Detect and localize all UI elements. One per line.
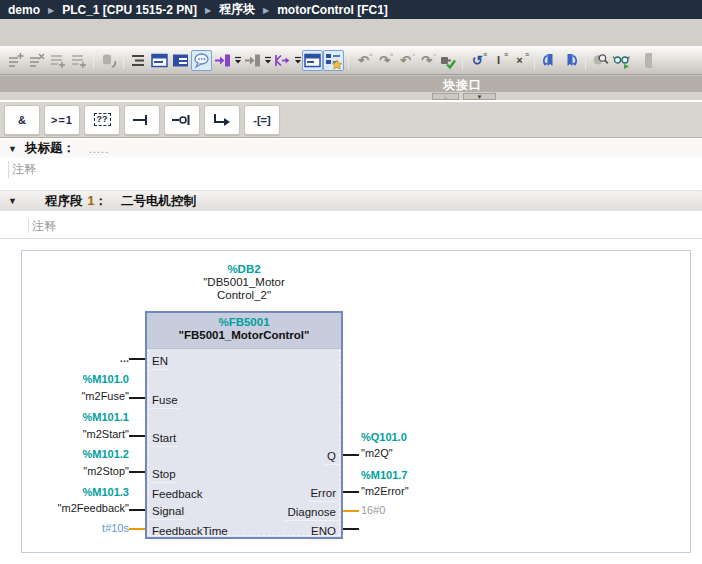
favorite-negated-input-button[interactable] xyxy=(164,105,200,135)
operand-representation-icon[interactable] xyxy=(302,50,323,71)
goto-next-bookmark-icon[interactable] xyxy=(560,50,581,71)
wire-feedbacksignal xyxy=(129,509,145,511)
empty-box-icon: ?? xyxy=(94,113,111,126)
favorites-toggle-icon[interactable] xyxy=(323,50,344,71)
block-title-row[interactable]: ▼ 块标题： ..... xyxy=(0,139,702,158)
pin-eno: ENO xyxy=(309,525,338,540)
network-title[interactable]: 二号电机控制 xyxy=(121,193,196,210)
toolbar-separator xyxy=(534,51,535,69)
block-title-placeholder[interactable]: ..... xyxy=(89,143,109,155)
q-operand[interactable]: "m2Q" xyxy=(361,447,501,460)
free-form-comments-icon[interactable] xyxy=(191,50,212,71)
fuse-operand[interactable]: "m2Fuse" xyxy=(22,390,129,403)
breadcrumb-block[interactable]: motorControl [FC1] xyxy=(277,3,388,17)
undo-icon[interactable]: ↶∘ xyxy=(353,50,374,71)
fb-call-block[interactable]: %FB5001 "FB5001_MotorControl" EN Fuse St… xyxy=(145,311,343,539)
call-environment-icon[interactable] xyxy=(590,50,611,71)
instance-db-operand[interactable]: %DB2 "DB5001_Motor Control_2" xyxy=(84,263,404,302)
wire-start xyxy=(129,435,145,437)
network-canvas[interactable]: %DB2 "DB5001_Motor Control_2" %FB5001 "F… xyxy=(21,250,691,553)
interface-expand-button[interactable]: ▲ xyxy=(432,93,459,100)
feedbacktime-constant[interactable]: t#10s xyxy=(22,522,129,535)
monitoring-toggle-icon[interactable] xyxy=(611,50,632,71)
diagnose-constant[interactable]: 16#0 xyxy=(361,504,501,517)
error-operand[interactable]: "m2Error" xyxy=(361,485,501,498)
wire-en xyxy=(129,358,145,360)
network-header-row[interactable]: ▼ 程序段 1 ： 二号电机控制 xyxy=(0,190,702,211)
stop-address[interactable]: %M101.2 xyxy=(22,448,129,461)
pin-en: EN xyxy=(150,355,170,370)
favorite-input-button[interactable] xyxy=(124,105,160,135)
feedback-address[interactable]: %M101.3 xyxy=(22,486,129,499)
goto-previous-bookmark-icon[interactable] xyxy=(539,50,560,71)
update-block-call-icon[interactable] xyxy=(212,50,233,71)
network-number: 1 xyxy=(87,194,94,208)
insert-network-icon[interactable] xyxy=(5,50,26,71)
error-address[interactable]: %M101.7 xyxy=(361,469,501,482)
dropdown-arrow-icon[interactable] xyxy=(263,51,272,69)
db-name-line2: Control_2" xyxy=(84,289,404,302)
q-address[interactable]: %Q101.0 xyxy=(361,431,501,444)
expand-all-networks-icon[interactable] xyxy=(149,50,170,71)
network-comment-field[interactable]: 注释 xyxy=(28,219,56,233)
stop-operand[interactable]: "m2Stop" xyxy=(22,465,129,478)
collapse-all-networks-icon[interactable] xyxy=(170,50,191,71)
synchronize-icon[interactable]: ↺≡ xyxy=(467,50,488,71)
favorite-empty-box-button[interactable]: ?? xyxy=(84,105,120,135)
fb-address: %FB5001 xyxy=(147,316,341,329)
interface-splitter[interactable]: ▲ ▼ xyxy=(0,92,702,101)
network-comment-row: 注释 xyxy=(0,212,702,238)
pin-feedbacksignal-line1: Feedback xyxy=(150,488,205,502)
network-overview-icon[interactable] xyxy=(128,50,149,71)
pin-start: Start xyxy=(150,432,178,447)
fuse-address[interactable]: %M101.0 xyxy=(22,373,129,386)
start-operand[interactable]: "m2Start" xyxy=(22,428,129,441)
breadcrumb-plc[interactable]: PLC_1 [CPU 1515-2 PN] xyxy=(62,3,197,17)
favorites-toolbar: & >=1 ?? -[=] xyxy=(0,102,702,138)
delete-network-icon[interactable] xyxy=(26,50,47,71)
call-options-icon[interactable] xyxy=(242,50,263,71)
pin-error: Error xyxy=(308,487,338,502)
block-comment-field[interactable]: 注释 xyxy=(8,161,36,178)
redo-icon[interactable]: ↷∘ xyxy=(374,50,395,71)
pin-q: Q xyxy=(325,450,338,465)
network-label: 程序段 xyxy=(45,193,83,210)
feedback-operand[interactable]: "m2Feedback" xyxy=(22,502,129,515)
dropdown-arrow-icon[interactable] xyxy=(233,51,242,69)
breadcrumb-project[interactable]: demo xyxy=(8,3,40,17)
toolbar-separator xyxy=(348,51,349,69)
collapse-triangle-icon[interactable]: ▼ xyxy=(8,196,17,206)
insert-row-icon[interactable] xyxy=(47,50,68,71)
fb-name: "FB5001_MotorControl" xyxy=(147,329,341,342)
compile-icon[interactable] xyxy=(437,50,458,71)
insert-comment-row-icon[interactable] xyxy=(68,50,89,71)
row-divider xyxy=(0,238,702,239)
insert-statement-icon[interactable]: I≡ xyxy=(488,50,509,71)
save-snapshot-icon[interactable]: ↷▫ xyxy=(416,50,437,71)
load-snapshot-icon[interactable]: ↶▫ xyxy=(395,50,416,71)
dropdown-arrow-icon[interactable] xyxy=(293,51,302,69)
assignment-icon: -[=] xyxy=(253,114,270,126)
en-operand[interactable]: ... xyxy=(22,352,129,365)
delete-statement-icon[interactable]: ×≡ xyxy=(509,50,530,71)
breadcrumb-program-blocks[interactable]: 程序块 xyxy=(219,1,255,18)
wire-diagnose xyxy=(343,510,359,512)
pin-feedbacktime: FeedbackTime xyxy=(150,525,230,540)
rewire-icon[interactable] xyxy=(272,50,293,71)
favorite-and-box-button[interactable]: & xyxy=(4,105,40,135)
wire-q xyxy=(343,454,359,456)
favorite-or-box-button[interactable]: >=1 xyxy=(44,105,80,135)
open-branch-icon xyxy=(212,113,232,127)
collapse-triangle-icon[interactable]: ▼ xyxy=(8,144,17,154)
block-comment-row: 注释 xyxy=(0,158,702,182)
start-address[interactable]: %M101.1 xyxy=(22,411,129,424)
reset-memory-icon[interactable] xyxy=(98,50,119,71)
interface-collapse-button[interactable]: ▼ xyxy=(463,93,496,100)
block-interface-bar[interactable]: 块接口 xyxy=(0,75,702,92)
db-name-line1: "DB5001_Motor xyxy=(84,276,404,289)
breadcrumb-arrow-icon: ▶ xyxy=(48,6,54,15)
favorite-branch-button[interactable] xyxy=(204,105,240,135)
favorite-assignment-button[interactable]: -[=] xyxy=(244,105,280,135)
more-icon[interactable] xyxy=(632,50,653,71)
breadcrumb-arrow-icon: ▶ xyxy=(263,6,269,15)
